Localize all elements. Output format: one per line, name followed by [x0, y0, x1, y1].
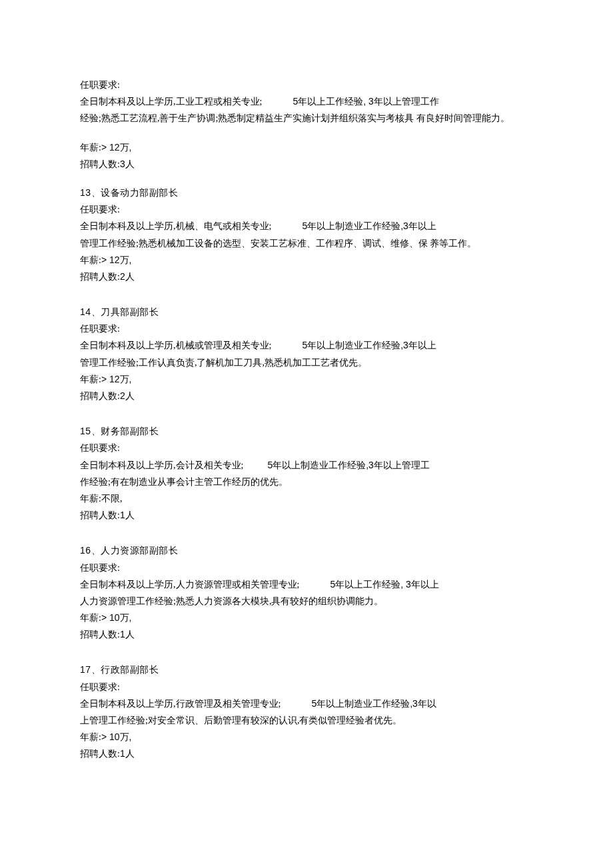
req-text-a: 全日制本科及以上学历,会计及相关专业;	[80, 460, 243, 470]
requirements-line1: 全日制本科及以上学历,行政管理及相关管理专业;5年以上制造业工作经验,3年以	[80, 695, 533, 712]
count-label: 招聘人数:	[80, 749, 120, 759]
salary-label: 年薪:	[80, 143, 101, 153]
job-17-section: 17、行政部副部长 任职要求: 全日制本科及以上学历,行政管理及相关管理专业;5…	[80, 661, 533, 762]
requirements-label: 任职要求:	[80, 77, 533, 93]
requirements-line2: 上管理工作经验;对安全常识、后勤管理有较深的认识,有类似管理经验者优先。	[80, 712, 533, 729]
job-title: 13、设备动力部副部长	[80, 185, 533, 201]
req-text-a: 全日制本科及以上学历,机械、电气或相关专业;	[80, 221, 271, 231]
requirements-label: 任职要求:	[80, 440, 533, 456]
job-title: 15、财务部副部长	[80, 423, 533, 440]
count-value: 2人	[120, 271, 135, 282]
req-text-a: 全日制本科及以上学历,机械或管理及相关专业;	[80, 340, 271, 350]
count-label: 招聘人数:	[80, 272, 120, 282]
req-text-b: 5年以上制造业工作经验,3年以上管理工	[267, 460, 429, 470]
job-name: 行政部副部长	[101, 665, 159, 675]
count-label: 招聘人数:	[80, 510, 120, 520]
job-number: 15、	[80, 426, 101, 436]
count-line: 招聘人数:3人	[80, 156, 533, 173]
count-line: 招聘人数:2人	[80, 268, 533, 285]
salary-line: 年薪:> 12万,	[80, 139, 533, 156]
count-line: 招聘人数:2人	[80, 388, 533, 404]
salary-label: 年薪:	[80, 374, 101, 384]
requirements-line2: 人力资源管理工作经验;熟悉人力资源各大模块,具有较好的组织协调能力。	[80, 593, 533, 610]
salary-line: 年薪:> 10万,	[80, 729, 533, 745]
count-value: 1人	[120, 748, 135, 759]
salary-value: > 12万,	[101, 142, 132, 153]
req-text-b: 5年以上工作经验, 3年以上	[330, 579, 438, 590]
req-text-a: 全日制本科及以上学历,人力资源管理或相关管理专业;	[80, 580, 299, 590]
requirements-label: 任职要求:	[80, 320, 533, 337]
salary-label: 年薪:	[80, 613, 101, 623]
job-title: 17、行政部副部长	[80, 661, 533, 678]
requirements-line1: 全日制本科及以上学历,人力资源管理或相关管理专业;5年以上工作经验, 3年以上	[80, 576, 533, 593]
req-text-a: 全日制本科及以上学历,行政管理及相关管理专业;	[80, 699, 281, 709]
salary-label: 年薪:	[80, 732, 101, 742]
count-line: 招聘人数:1人	[80, 626, 533, 643]
requirements-line2: 管理工作经验;熟悉机械加工设备的选型、安装工艺标准、工作程序、调试、维修、保 养…	[80, 235, 533, 252]
requirements-line1: 全日制本科及以上学历,工业工程或相关专业;5年以上工作经验, 3年以上管理工作	[80, 93, 533, 110]
count-value: 1人	[120, 629, 135, 640]
requirements-label: 任职要求:	[80, 201, 533, 218]
requirements-line2: 经验;熟悉工艺流程,善于生产协调;熟悉制定精益生产实施计划并组织落实与考核具 有…	[80, 110, 533, 127]
requirements-line1: 全日制本科及以上学历,机械或管理及相关专业;5年以上制造业工作经验,3年以上	[80, 337, 533, 354]
salary-line: 年薪:> 12万,	[80, 371, 533, 388]
job-13-section: 13、设备动力部副部长 任职要求: 全日制本科及以上学历,机械、电气或相关专业;…	[80, 185, 533, 285]
requirements-label: 任职要求:	[80, 560, 533, 576]
salary-value: > 12万,	[101, 254, 132, 265]
req-text-b: 5年以上制造业工作经验,3年以上	[302, 340, 436, 350]
count-line: 招聘人数:1人	[80, 507, 533, 524]
requirements-line2: 管理工作经验;工作认真负责,了解机加工刀具,熟悉机加工工艺者优先。	[80, 354, 533, 371]
req-text-b: 5年以上制造业工作经验,3年以上	[302, 220, 436, 231]
job-number: 16、	[80, 545, 101, 556]
job-number: 13、	[80, 187, 101, 198]
job-name: 人力资源部副部长	[101, 546, 178, 556]
count-label: 招聘人数:	[80, 159, 120, 169]
req-text-b: 5年以上工作经验, 3年以上管理工作	[293, 96, 438, 107]
job-title: 14、刀具部副部长	[80, 304, 533, 320]
count-value: 2人	[120, 390, 135, 401]
salary-line: 年薪:> 10万,	[80, 610, 533, 626]
count-value: 1人	[120, 510, 135, 520]
salary-value: > 10万,	[101, 612, 132, 623]
salary-line: 年薪:> 12万,	[80, 252, 533, 268]
job-16-section: 16、人力资源部副部长 任职要求: 全日制本科及以上学历,人力资源管理或相关管理…	[80, 542, 533, 643]
job-name: 财务部副部长	[101, 426, 159, 436]
requirements-line1: 全日制本科及以上学历,机械、电气或相关专业;5年以上制造业工作经验,3年以上	[80, 218, 533, 234]
requirements-label: 任职要求:	[80, 679, 533, 695]
req-text-a: 全日制本科及以上学历,工业工程或相关专业;	[80, 97, 262, 107]
job-name: 设备动力部副部长	[101, 188, 178, 198]
job-12-section: 任职要求: 全日制本科及以上学历,工业工程或相关专业;5年以上工作经验, 3年以…	[80, 77, 533, 173]
requirements-line2: 作经验;有在制造业从事会计主管工作经历的优先。	[80, 474, 533, 490]
salary-label: 年薪:	[80, 494, 101, 504]
salary-label: 年薪:	[80, 255, 101, 265]
requirements-line1: 全日制本科及以上学历,会计及相关专业;5年以上制造业工作经验,3年以上管理工	[80, 457, 533, 474]
job-number: 14、	[80, 306, 101, 317]
job-number: 17、	[80, 664, 101, 675]
job-14-section: 14、刀具部副部长 任职要求: 全日制本科及以上学历,机械或管理及相关专业;5年…	[80, 304, 533, 404]
job-title: 16、人力资源部副部长	[80, 542, 533, 559]
count-label: 招聘人数:	[80, 391, 120, 401]
salary-value: 不限,	[101, 494, 123, 504]
salary-value: > 10万,	[101, 731, 132, 742]
job-15-section: 15、财务部副部长 任职要求: 全日制本科及以上学历,会计及相关专业;5年以上制…	[80, 423, 533, 524]
count-value: 3人	[120, 159, 135, 169]
job-name: 刀具部副部长	[101, 307, 159, 317]
count-label: 招聘人数:	[80, 630, 120, 640]
count-line: 招聘人数:1人	[80, 745, 533, 762]
salary-line: 年薪:不限,	[80, 490, 533, 507]
salary-value: > 12万,	[101, 374, 132, 384]
req-text-b: 5年以上制造业工作经验,3年以	[311, 698, 436, 709]
